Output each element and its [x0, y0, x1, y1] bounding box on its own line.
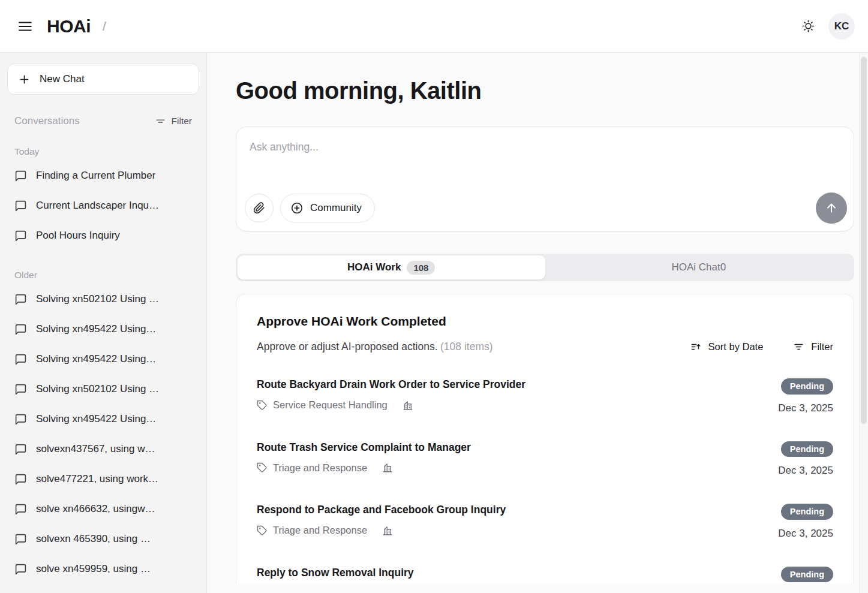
scrollbar-thumb[interactable] [861, 57, 867, 424]
work-item-title: Route Backyard Drain Work Order to Servi… [257, 378, 525, 391]
sort-by-date-button[interactable]: Sort by Date [690, 341, 764, 353]
scrollbar-track[interactable] [859, 53, 868, 593]
theme-toggle-button[interactable] [796, 14, 820, 38]
conversation-item[interactable]: solvexn437567, using w… [7, 434, 199, 464]
conversation-title: solve477221, using work… [36, 473, 158, 485]
work-item[interactable]: Respond to Package and Facebook Group In… [257, 504, 833, 540]
conversations-label: Conversations [14, 115, 80, 127]
ask-input[interactable] [236, 127, 854, 187]
work-item[interactable]: Route Backyard Drain Work Order to Servi… [257, 378, 833, 414]
arrow-up-icon [825, 201, 838, 215]
work-panel-subheader: Approve or adjust AI-proposed actions. (… [257, 341, 833, 353]
new-chat-label: New Chat [40, 73, 85, 85]
avatar[interactable]: KC [828, 13, 855, 40]
section-label: Older [7, 270, 199, 281]
building-icon [382, 525, 393, 536]
app-logo[interactable]: HOAi [47, 16, 91, 37]
work-filter-button[interactable]: Filter [793, 341, 833, 353]
status-badge: Pending [781, 567, 833, 583]
work-item-date: Dec 3, 2025 [778, 528, 833, 540]
tab-hoai-work-label: HOAi Work [347, 261, 401, 273]
building-icon [403, 400, 413, 411]
conversation-title: Solving xn495422 Using… [36, 353, 156, 365]
app-body: New Chat Conversations Filter Today Find… [0, 53, 868, 593]
new-chat-button[interactable]: New Chat [7, 64, 199, 95]
filter-lines-icon [155, 116, 166, 127]
page-greeting: Good morning, Kaitlin [236, 77, 854, 104]
work-item[interactable]: Reply to Snow Removal Inquiry Pending [257, 567, 833, 583]
tab-hoai-chat-label: HOAi Chat [671, 261, 720, 273]
chat-bubble-icon [14, 413, 27, 426]
work-item-meta: Triage and Response [257, 525, 506, 536]
tag-icon [257, 525, 268, 536]
filter-icon [793, 341, 804, 353]
work-item-left: Route Backyard Drain Work Order to Servi… [257, 378, 525, 414]
conversation-item[interactable]: solve xn466632, usingw… [7, 494, 199, 524]
chat-bubble-icon [14, 353, 27, 366]
community-button[interactable]: Community [280, 194, 375, 222]
conversation-item[interactable]: solve xn459959, using … [7, 554, 199, 584]
attach-button[interactable] [245, 194, 274, 222]
conversation-item[interactable]: solve477221, using work… [7, 464, 199, 494]
tab-hoai-work[interactable]: HOAi Work 108 [238, 255, 545, 279]
conversation-item[interactable]: Current Landscaper Inqu… [7, 191, 199, 221]
composer: Community [236, 127, 854, 231]
work-panel-items-count: (108 items) [440, 341, 493, 353]
work-panel-subtitle: Approve or adjust AI-proposed actions. [257, 341, 438, 353]
conversation-item[interactable]: solvexn 465390, using … [7, 524, 199, 554]
conversation-title: Current Landscaper Inqu… [36, 200, 159, 212]
conversation-title: Finding a Current Plumber [36, 170, 155, 182]
conversation-title: solve xn466632, usingw… [36, 503, 155, 515]
conversations-filter-button[interactable]: Filter [155, 116, 192, 127]
conversation-item[interactable]: Finding a Current Plumber [7, 161, 199, 191]
conversation-item[interactable]: Solving xn495422 Using… [7, 404, 199, 434]
conversation-item[interactable]: Solving xn502102 Using … [7, 374, 199, 404]
section-label: Today [7, 146, 199, 157]
chat-bubble-icon [14, 383, 27, 396]
work-panel-title: Approve HOAi Work Completed [257, 314, 833, 329]
plus-icon [18, 73, 31, 86]
chat-bubble-icon [14, 200, 27, 212]
tab-hoai-chat[interactable]: HOAi Chat 0 [545, 255, 853, 279]
building-icon [382, 462, 393, 473]
conversation-list: Today Finding a Current Plumber Current … [7, 146, 199, 584]
work-item-date: Dec 3, 2025 [778, 402, 833, 414]
conversation-title: Solving xn502102 Using … [36, 293, 159, 305]
work-item-list: Route Backyard Drain Work Order to Servi… [257, 378, 833, 582]
status-badge: Pending [781, 378, 833, 395]
conversation-item[interactable]: Solving xn495422 Using… [7, 314, 199, 344]
hamburger-icon [17, 19, 33, 34]
conversation-title: Solving xn495422 Using… [36, 413, 156, 425]
work-item-right: Pending Dec 3, 2025 [778, 441, 833, 477]
conversations-header: Conversations Filter [7, 115, 199, 127]
work-item[interactable]: Route Trash Service Complaint to Manager… [257, 441, 833, 477]
conversation-item[interactable]: Pool Hours Inquiry [7, 221, 199, 251]
work-item-left: Reply to Snow Removal Inquiry [257, 567, 414, 583]
tab-hoai-chat-count: 0 [720, 261, 726, 273]
work-filter-label: Filter [811, 341, 833, 353]
community-label: Community [310, 202, 362, 214]
paperclip-icon [253, 202, 265, 214]
work-item-title: Reply to Snow Removal Inquiry [257, 567, 414, 579]
menu-button[interactable] [13, 14, 37, 38]
conversation-title: Solving xn495422 Using… [36, 323, 156, 335]
work-item-title: Respond to Package and Facebook Group In… [257, 504, 506, 516]
sidebar: New Chat Conversations Filter Today Find… [0, 53, 207, 593]
sort-icon [690, 341, 702, 353]
send-button[interactable] [816, 192, 847, 224]
tab-hoai-work-count-badge: 108 [407, 261, 435, 275]
conversation-title: solve xn459959, using … [36, 563, 151, 575]
chat-bubble-icon [14, 533, 27, 546]
chat-bubble-icon [14, 293, 27, 306]
conversation-item[interactable]: Solving xn502102 Using … [7, 284, 199, 314]
status-badge: Pending [781, 441, 833, 457]
conversation-section: Today Finding a Current Plumber Current … [7, 146, 199, 251]
work-panel: Approve HOAi Work Completed Approve or a… [236, 294, 854, 584]
sort-by-date-label: Sort by Date [708, 341, 764, 353]
conversation-item[interactable]: Solving xn495422 Using… [7, 344, 199, 374]
chat-bubble-icon [14, 503, 27, 516]
tag-icon [257, 400, 268, 411]
conversation-title: Solving xn502102 Using … [36, 383, 159, 395]
chat-bubble-icon [14, 473, 27, 486]
work-panel-actions: Sort by Date Filter [690, 341, 833, 353]
